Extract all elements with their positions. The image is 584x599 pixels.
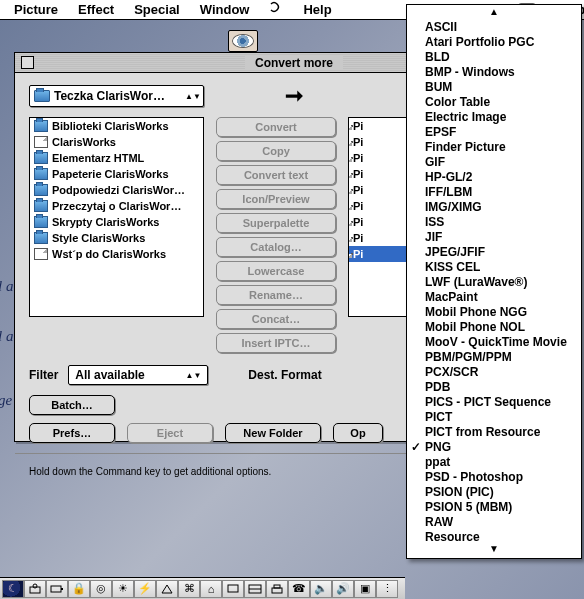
format-option[interactable]: RAW	[407, 514, 581, 529]
menu-special[interactable]: Special	[124, 0, 190, 19]
control-strip-appletalk-icon[interactable]	[24, 580, 46, 598]
control-strip-volume-icon[interactable]: 🔊	[332, 580, 354, 598]
scripts-menu-icon[interactable]	[259, 0, 293, 20]
format-option[interactable]: ppat	[407, 454, 581, 469]
list-item[interactable]: Biblioteki ClarisWorks	[30, 118, 203, 134]
list-item[interactable]: Wst´p do ClarisWorks	[30, 246, 203, 262]
list-item[interactable]: Elementarz HTML	[30, 150, 203, 166]
format-option[interactable]: PDB	[407, 379, 581, 394]
prefs-button[interactable]: Prefs…	[29, 423, 115, 443]
catalog-button[interactable]: Catalog…	[216, 237, 336, 257]
insert-iptc-button[interactable]: Insert IPTC…	[216, 333, 336, 353]
list-item[interactable]: Przeczytaj o ClarisWor…	[30, 198, 203, 214]
format-option[interactable]: BMP - Windows	[407, 64, 581, 79]
convert-button[interactable]: Convert	[216, 117, 336, 137]
control-strip[interactable]: ☾ 🔒 ◎ ☀ ⚡ ⌘ ⌂ ☎ 🔈 🔊 ▣ ⋮	[0, 577, 405, 599]
dest-format-menu[interactable]: ▲ ASCIIAtari Portfolio PGCBLDBMP - Windo…	[406, 4, 582, 559]
control-strip-monitor-res-icon[interactable]	[244, 580, 266, 598]
format-option[interactable]: PCX/SCR	[407, 364, 581, 379]
control-strip-monitor-bits-icon[interactable]	[222, 580, 244, 598]
control-strip-lock-icon[interactable]: 🔒	[68, 580, 90, 598]
dest-file-list[interactable]: PiPiPiPiPiPiPiPiPi	[348, 117, 408, 317]
format-option[interactable]: Finder Picture	[407, 139, 581, 154]
format-option[interactable]: PNG	[407, 439, 581, 454]
control-strip-disk-icon[interactable]: ⌘	[178, 580, 200, 598]
format-option[interactable]: Mobil Phone NOL	[407, 319, 581, 334]
source-folder-popup[interactable]: Teczka ClarisWor… ▲▼	[29, 85, 204, 107]
format-option[interactable]: Electric Image	[407, 109, 581, 124]
format-option[interactable]: PICS - PICT Sequence	[407, 394, 581, 409]
list-item[interactable]: Pi	[349, 150, 407, 166]
format-option[interactable]: GIF	[407, 154, 581, 169]
icon-preview-button[interactable]: Icon/Preview	[216, 189, 336, 209]
menu-picture[interactable]: Picture	[4, 0, 68, 19]
list-item[interactable]: ClarisWorks	[30, 134, 203, 150]
menu-scroll-down-icon[interactable]: ▼	[407, 544, 581, 556]
control-strip-sound-source-icon[interactable]: 🔈	[310, 580, 332, 598]
control-strip-brightness-icon[interactable]: ☀	[112, 580, 134, 598]
list-item[interactable]: Skrypty ClarisWorks	[30, 214, 203, 230]
control-strip-printer-icon[interactable]	[266, 580, 288, 598]
control-strip-filesharing-icon[interactable]	[156, 580, 178, 598]
format-option[interactable]: Atari Portfolio PGC	[407, 34, 581, 49]
control-strip-remote-icon[interactable]: ☎	[288, 580, 310, 598]
source-file-list[interactable]: Biblioteki ClarisWorksClarisWorksElement…	[29, 117, 204, 317]
list-item[interactable]: Pi	[349, 182, 407, 198]
format-option[interactable]: LWF (LuraWave®)	[407, 274, 581, 289]
format-option[interactable]: PSD - Photoshop	[407, 469, 581, 484]
menu-scroll-up-icon[interactable]: ▲	[407, 7, 581, 19]
filter-popup[interactable]: All available ▲▼	[68, 365, 208, 385]
concat-button[interactable]: Concat…	[216, 309, 336, 329]
control-strip-cdrom-icon[interactable]: ◎	[90, 580, 112, 598]
close-box[interactable]	[21, 56, 34, 69]
format-option[interactable]: PSION 5 (MBM)	[407, 499, 581, 514]
format-option[interactable]: Mobil Phone NGG	[407, 304, 581, 319]
format-option[interactable]: BUM	[407, 79, 581, 94]
format-option[interactable]: Resource	[407, 529, 581, 544]
format-option[interactable]: EPSF	[407, 124, 581, 139]
control-strip-energy-icon[interactable]: ⚡	[134, 580, 156, 598]
list-item[interactable]: Style ClarisWorks	[30, 230, 203, 246]
control-strip-collapse-icon[interactable]: ⋮	[376, 580, 398, 598]
format-option[interactable]: Color Table	[407, 94, 581, 109]
batch-button[interactable]: Batch…	[29, 395, 115, 415]
list-item[interactable]: Pi	[349, 214, 407, 230]
open-button[interactable]: Op	[333, 423, 383, 443]
list-item[interactable]: Pi	[349, 230, 407, 246]
control-strip-sleep-icon[interactable]: ☾	[2, 580, 24, 598]
list-item[interactable]: Pi	[349, 246, 407, 262]
menu-effect[interactable]: Effect	[68, 0, 124, 19]
list-item[interactable]: Pi	[349, 134, 407, 150]
format-option[interactable]: MooV - QuickTime Movie	[407, 334, 581, 349]
superpalette-button[interactable]: Superpalette	[216, 213, 336, 233]
menu-window[interactable]: Window	[190, 0, 260, 19]
rename-button[interactable]: Rename…	[216, 285, 336, 305]
control-strip-battery-icon[interactable]	[46, 580, 68, 598]
format-option[interactable]: KISS CEL	[407, 259, 581, 274]
control-strip-video-icon[interactable]: ▣	[354, 580, 376, 598]
menu-help[interactable]: Help	[293, 0, 341, 19]
format-option[interactable]: MacPaint	[407, 289, 581, 304]
format-option[interactable]: BLD	[407, 49, 581, 64]
format-option[interactable]: PBM/PGM/PPM	[407, 349, 581, 364]
format-option[interactable]: ASCII	[407, 19, 581, 34]
list-item[interactable]: Papeterie ClarisWorks	[30, 166, 203, 182]
convert-text-button[interactable]: Convert text	[216, 165, 336, 185]
format-option[interactable]: JIF	[407, 229, 581, 244]
format-option[interactable]: PICT from Resource	[407, 424, 581, 439]
format-option[interactable]: PICT	[407, 409, 581, 424]
list-item[interactable]: Pi	[349, 198, 407, 214]
control-strip-location-icon[interactable]: ⌂	[200, 580, 222, 598]
lowercase-button[interactable]: Lowercase	[216, 261, 336, 281]
list-item[interactable]: Pi	[349, 166, 407, 182]
format-option[interactable]: IFF/LBM	[407, 184, 581, 199]
format-option[interactable]: HP-GL/2	[407, 169, 581, 184]
copy-button[interactable]: Copy	[216, 141, 336, 161]
format-option[interactable]: JPEG/JFIF	[407, 244, 581, 259]
format-option[interactable]: PSION (PIC)	[407, 484, 581, 499]
format-option[interactable]: IMG/XIMG	[407, 199, 581, 214]
new-folder-button[interactable]: New Folder	[225, 423, 321, 443]
list-item[interactable]: Podpowiedzi ClarisWor…	[30, 182, 203, 198]
list-item[interactable]: Pi	[349, 118, 407, 134]
format-option[interactable]: ISS	[407, 214, 581, 229]
